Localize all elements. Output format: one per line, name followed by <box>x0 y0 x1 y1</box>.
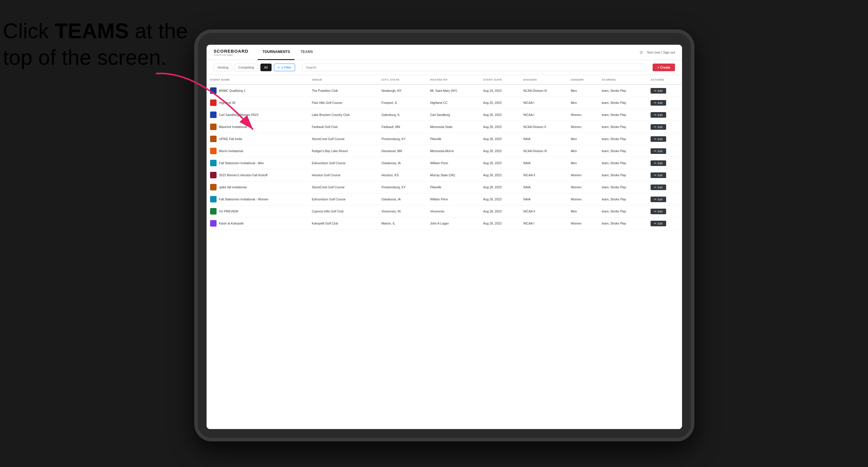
cell-event-name: upike fall invitational <box>207 181 308 193</box>
logo-title: SCOREBOARD <box>214 49 248 54</box>
search-box <box>302 64 646 71</box>
cell-venue: Park Hills Golf Course <box>308 97 378 109</box>
table-row: VU PREVIEW Cypress Hills Golf Club Vince… <box>207 206 682 217</box>
edit-button[interactable]: ✏ Edit <box>651 100 666 106</box>
cell-scoring: team, Stroke Play <box>598 145 647 157</box>
edit-button[interactable]: ✏ Edit <box>651 221 666 226</box>
cell-event-name: Highland 36 <box>207 97 308 109</box>
cell-venue: Edmundson Golf Course <box>308 157 378 169</box>
edit-label: Edit <box>658 174 662 177</box>
tab-teams[interactable]: TEAMS <box>296 45 317 60</box>
edit-icon: ✏ <box>654 210 656 213</box>
event-name-text: 2023 Women's Hesston Fall Kickoff <box>219 173 268 177</box>
app-container: SCOREBOARD Powered by clippit TOURNAMENT… <box>207 45 682 429</box>
edit-button[interactable]: ✏ Edit <box>651 88 666 94</box>
edit-button[interactable]: ✏ Edit <box>651 173 666 178</box>
cell-venue: Lake Bracken Country Club <box>308 109 378 121</box>
all-filter-btn[interactable]: All <box>260 64 272 71</box>
edit-icon: ✏ <box>654 137 656 141</box>
cell-gender: Women <box>567 181 598 193</box>
event-name-text: Klash at Kokopelli <box>219 222 243 225</box>
cell-gender: Women <box>567 193 598 206</box>
table-row: Klash at Kokopelli Kokopelli Golf Club M… <box>207 217 682 229</box>
edit-button[interactable]: ✏ Edit <box>651 148 666 154</box>
cell-venue: Ruttger's Bay Lake Resort <box>308 145 378 157</box>
cell-venue: Kokopelli Golf Club <box>308 217 378 229</box>
event-name-text: Morris Invitational <box>219 149 243 153</box>
cell-scoring: team, Stroke Play <box>598 193 647 206</box>
app-header: SCOREBOARD Powered by clippit TOURNAMENT… <box>207 45 682 60</box>
event-name-text: UPIKE Fall Invite <box>219 137 242 141</box>
tab-tournaments[interactable]: TOURNAMENTS <box>258 45 294 60</box>
cell-venue: The Powelton Club <box>308 85 378 97</box>
edit-button[interactable]: ✏ Edit <box>651 160 666 166</box>
cell-scoring: team, Stroke Play <box>598 121 647 133</box>
cell-gender: Men <box>567 157 598 169</box>
cell-scoring: team, Stroke Play <box>598 169 647 181</box>
edit-button[interactable]: ✏ Edit <box>651 196 666 202</box>
cell-division: NCAA Division III <box>520 145 567 157</box>
nav-tabs: TOURNAMENTS TEAMS <box>258 45 640 60</box>
table-row: Highland 36 Park Hills Golf Course Freep… <box>207 97 682 109</box>
cell-city-state: Prestonsburg, KY <box>378 181 426 193</box>
edit-button[interactable]: ✏ Edit <box>651 136 666 142</box>
cell-start-date: Aug 28, 2023 <box>479 193 520 206</box>
event-name-text: Highland 36 <box>219 101 236 104</box>
cell-division: NICAA I <box>520 217 567 229</box>
cell-venue: StoneCrest Golf Course <box>308 181 378 193</box>
cell-city-state: Galesburg, IL <box>378 109 426 121</box>
cell-hosted-by: William Penn <box>427 157 480 169</box>
settings-icon[interactable]: ⚙ <box>640 50 643 55</box>
edit-icon: ✏ <box>654 161 656 165</box>
cell-hosted-by: Carl Sandburg <box>427 109 480 121</box>
cell-city-state: Prestonsburg, KY <box>378 133 426 145</box>
table-row: Morris Invitational Ruttger's Bay Lake R… <box>207 145 682 157</box>
col-venue: VENUE <box>308 75 378 85</box>
table-row: UPIKE Fall Invite StoneCrest Golf Course… <box>207 133 682 145</box>
cell-venue: StoneCrest Golf Course <box>308 133 378 145</box>
edit-label: Edit <box>658 89 662 92</box>
cell-scoring: team, Stroke Play <box>598 217 647 229</box>
cell-start-date: Aug 28, 2023 <box>479 206 520 217</box>
event-logo <box>210 160 217 166</box>
cell-hosted-by: Pikeville <box>427 181 480 193</box>
cell-actions: ✏ Edit <box>647 133 682 145</box>
toolbar: Hosting Competing All ≡ ≡ Filter + Creat… <box>207 60 682 75</box>
table-row: upike fall invitational StoneCrest Golf … <box>207 181 682 193</box>
hosting-filter-btn[interactable]: Hosting <box>214 64 232 71</box>
instruction-line2: top of the screen. <box>3 45 166 69</box>
cell-start-date: Aug 26, 2023 <box>479 109 520 121</box>
cell-scoring: team, Stroke Play <box>598 206 647 217</box>
tournaments-table: EVENT NAME VENUE CITY, STATE HOSTED BY S… <box>207 75 682 229</box>
create-btn[interactable]: + Create <box>653 64 675 71</box>
competing-filter-btn[interactable]: Competing <box>235 64 258 71</box>
filter-btn[interactable]: ≡ ≡ Filter <box>274 64 295 71</box>
edit-label: Edit <box>658 161 662 165</box>
cell-city-state: Newburgh, NY <box>378 85 426 97</box>
cell-start-date: Aug 25, 2023 <box>479 97 520 109</box>
search-input[interactable] <box>302 64 646 71</box>
cell-event-name: Morris Invitational <box>207 145 308 157</box>
cell-venue: Cypress Hills Golf Club <box>308 206 378 217</box>
col-event-name: EVENT NAME <box>207 75 308 85</box>
cell-event-name: Klash at Kokopelli <box>207 217 308 229</box>
cell-city-state: Deerwood, MN <box>378 145 426 157</box>
edit-icon: ✏ <box>654 113 656 117</box>
edit-button[interactable]: ✏ Edit <box>651 209 666 214</box>
cell-hosted-by: Mt. Saint Mary (NY) <box>427 85 480 97</box>
event-logo <box>210 148 217 154</box>
cell-division: NICAA I <box>520 97 567 109</box>
edit-button[interactable]: ✏ Edit <box>651 124 666 130</box>
col-actions: ACTIONS <box>647 75 682 85</box>
edit-button[interactable]: ✏ Edit <box>651 185 666 190</box>
cell-gender: Women <box>567 121 598 133</box>
edit-button[interactable]: ✏ Edit <box>651 112 666 118</box>
event-name-text: Fall Statesmen Invitational - Women <box>219 197 268 201</box>
cell-gender: Women <box>567 217 598 229</box>
event-logo <box>210 99 217 106</box>
cell-gender: Men <box>567 97 598 109</box>
cell-venue: Hesston Golf Course <box>308 169 378 181</box>
logo-subtitle: Powered by clippit <box>214 54 248 56</box>
edit-icon: ✏ <box>654 89 656 92</box>
edit-icon: ✏ <box>654 150 656 153</box>
